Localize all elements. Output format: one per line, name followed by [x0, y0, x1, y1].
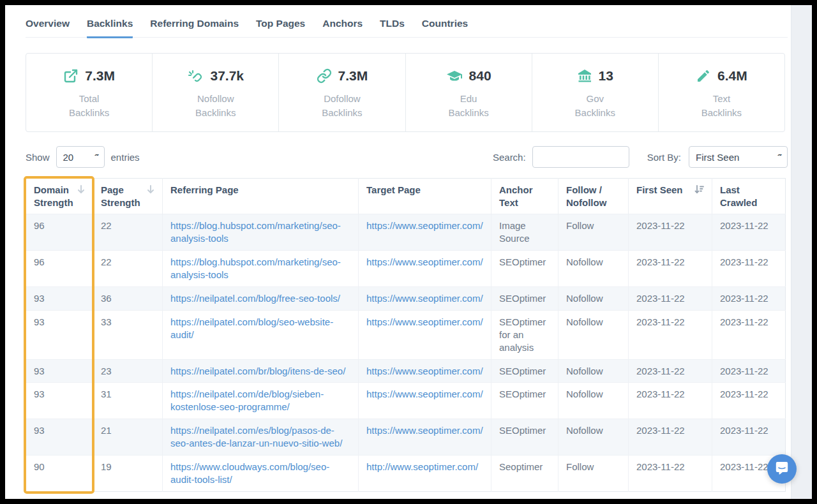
report-tab-bar: Overview Backlinks Referring Domains Top…: [26, 18, 788, 38]
cell-target-page: http://www.seoptimer.com/: [359, 456, 491, 492]
referring-page-link[interactable]: https://neilpatel.com/blog/free-seo-tool…: [170, 293, 340, 304]
tab-top-pages[interactable]: Top Pages: [256, 18, 305, 37]
cell-last-crawled: 2023-11-22: [712, 310, 786, 359]
cell-target-page: https://www.seoptimer.com/: [359, 419, 491, 456]
cell-follow: Nofollow: [558, 310, 629, 359]
cell-page-strength: 22: [93, 214, 163, 251]
table-row: 93 33 https://neilpatel.com/blog/seo-web…: [26, 310, 786, 359]
cell-domain-strength: 93: [26, 383, 93, 419]
backlink-stats-card: 7.3M TotalBacklinks 37.7k NofollowBackli…: [26, 53, 785, 132]
cell-target-page: https://www.seoptimer.com/: [359, 250, 491, 286]
referring-page-link[interactable]: https://neilpatel.com/de/blog/sieben-kos…: [170, 389, 324, 412]
stat-nofollow-backlinks: 37.7k NofollowBacklinks: [153, 54, 279, 131]
stat-text-backlinks: 6.4M TextBacklinks: [659, 54, 784, 131]
backlinks-table: Domain Strength Page Strength Referring …: [26, 178, 786, 492]
cell-last-crawled: 2023-11-22: [712, 359, 786, 383]
sort-amount-desc-icon[interactable]: [694, 184, 704, 194]
tab-backlinks[interactable]: Backlinks: [87, 18, 133, 38]
right-gutter: [791, 5, 812, 499]
backlinks-page: Overview Backlinks Referring Domains Top…: [5, 5, 812, 499]
cell-follow: Nofollow: [558, 286, 629, 310]
target-page-link[interactable]: https://www.seoptimer.com/: [366, 389, 483, 399]
search-input[interactable]: [532, 146, 629, 168]
cell-target-page: https://www.seoptimer.com/: [359, 383, 491, 419]
cell-follow: Nofollow: [558, 250, 629, 286]
broken-link-icon: [187, 68, 204, 84]
tab-countries[interactable]: Countries: [422, 18, 468, 37]
referring-page-link[interactable]: https://blog.hubspot.com/marketing/seo-a…: [170, 220, 341, 244]
cell-last-crawled: 2023-11-22: [712, 214, 786, 251]
cell-page-strength: 22: [93, 250, 163, 286]
cell-referring-page: https://blog.hubspot.com/marketing/seo-a…: [163, 250, 359, 286]
target-page-link[interactable]: https://www.seoptimer.com/: [366, 425, 483, 436]
header-first-seen[interactable]: First Seen: [629, 179, 712, 214]
cell-follow: Nofollow: [558, 383, 629, 419]
page-size-select[interactable]: 20 ˆ̇: [56, 146, 105, 168]
cell-follow: Nofollow: [558, 419, 629, 456]
header-anchor-text[interactable]: Anchor Text: [491, 179, 558, 214]
cell-last-crawled: 2023-11-22: [712, 286, 786, 310]
cell-referring-page: https://neilpatel.com/de/blog/sieben-kos…: [163, 383, 359, 419]
header-target-page[interactable]: Target Page: [359, 179, 491, 214]
cell-anchor-text: SEOptimer: [491, 286, 558, 310]
target-page-link[interactable]: https://www.seoptimer.com/: [366, 256, 483, 267]
header-domain-strength[interactable]: Domain Strength: [26, 179, 93, 214]
cell-anchor-text: Seoptimer: [491, 456, 558, 492]
screenshot-frame: Overview Backlinks Referring Domains Top…: [0, 0, 817, 504]
chat-widget-button[interactable]: [767, 454, 797, 484]
table-row: 93 21 https://neilpatel.com/es/blog/paso…: [26, 419, 786, 456]
entries-label: entries: [111, 152, 140, 163]
header-referring-page[interactable]: Referring Page: [163, 179, 359, 214]
referring-page-link[interactable]: https://neilpatel.com/blog/seo-website-a…: [170, 316, 333, 340]
table-row: 96 22 https://blog.hubspot.com/marketing…: [26, 250, 786, 286]
cell-last-crawled: 2023-11-22: [712, 250, 786, 286]
referring-page-link[interactable]: https://neilpatel.com/es/blog/pasos-de-s…: [170, 425, 342, 448]
bank-icon: [577, 68, 592, 84]
referring-page-link[interactable]: https://blog.hubspot.com/marketing/seo-a…: [170, 256, 341, 280]
tab-referring-domains[interactable]: Referring Domains: [150, 18, 239, 37]
table-header-row: Domain Strength Page Strength Referring …: [26, 179, 786, 214]
page-size-value: 20: [63, 152, 74, 163]
cell-domain-strength: 93: [26, 310, 93, 359]
chevron-down-icon: ˆ̇: [778, 153, 781, 161]
cell-domain-strength: 93: [26, 286, 93, 310]
external-link-icon: [63, 68, 79, 84]
table-row: 93 36 https://neilpatel.com/blog/free-se…: [26, 286, 786, 310]
cell-first-seen: 2023-11-22: [629, 456, 712, 492]
header-follow-nofollow[interactable]: Follow / Nofollow: [558, 179, 629, 214]
sort-by-value: First Seen: [696, 152, 739, 163]
tab-tlds[interactable]: TLDs: [380, 18, 405, 37]
pencil-icon: [696, 68, 711, 84]
tab-overview[interactable]: Overview: [26, 18, 70, 37]
backlinks-table-wrap: Domain Strength Page Strength Referring …: [26, 178, 785, 492]
stat-label: NofollowBacklinks: [195, 92, 236, 120]
cell-follow: Nofollow: [558, 359, 629, 383]
target-page-link[interactable]: https://www.seoptimer.com/: [366, 220, 483, 231]
stat-value: 6.4M: [717, 68, 747, 84]
cell-first-seen: 2023-11-22: [629, 250, 712, 286]
cell-referring-page: https://neilpatel.com/blog/free-seo-tool…: [163, 286, 359, 310]
sort-down-arrow-icon[interactable]: [147, 184, 154, 194]
cell-page-strength: 31: [93, 383, 163, 419]
stat-value: 840: [469, 68, 491, 84]
sort-by-select[interactable]: First Seen ˆ̇: [689, 146, 788, 168]
cell-domain-strength: 96: [26, 250, 93, 286]
target-page-link[interactable]: https://www.seoptimer.com/: [366, 293, 483, 304]
tab-anchors[interactable]: Anchors: [322, 18, 363, 37]
stat-label: TextBacklinks: [701, 92, 742, 120]
target-page-link[interactable]: http://www.seoptimer.com/: [366, 461, 478, 472]
cell-anchor-text: SEOptimer for an analysis: [491, 310, 558, 359]
cell-domain-strength: 93: [26, 359, 93, 383]
cell-page-strength: 21: [93, 419, 163, 456]
header-page-strength[interactable]: Page Strength: [93, 179, 163, 214]
cell-last-crawled: 2023-11-22: [712, 383, 786, 419]
link-icon: [317, 68, 332, 84]
referring-page-link[interactable]: https://www.cloudways.com/blog/seo-audit…: [170, 461, 329, 485]
target-page-link[interactable]: https://www.seoptimer.com/: [366, 316, 483, 327]
table-row: 93 23 https://neilpatel.com/br/blog/iten…: [26, 359, 786, 383]
header-last-crawled[interactable]: Last Crawled: [712, 179, 786, 214]
referring-page-link[interactable]: https://neilpatel.com/br/blog/itens-de-s…: [170, 366, 345, 376]
sort-down-arrow-icon[interactable]: [77, 184, 85, 194]
cell-target-page: https://www.seoptimer.com/: [359, 214, 491, 251]
target-page-link[interactable]: https://www.seoptimer.com/: [366, 366, 483, 376]
